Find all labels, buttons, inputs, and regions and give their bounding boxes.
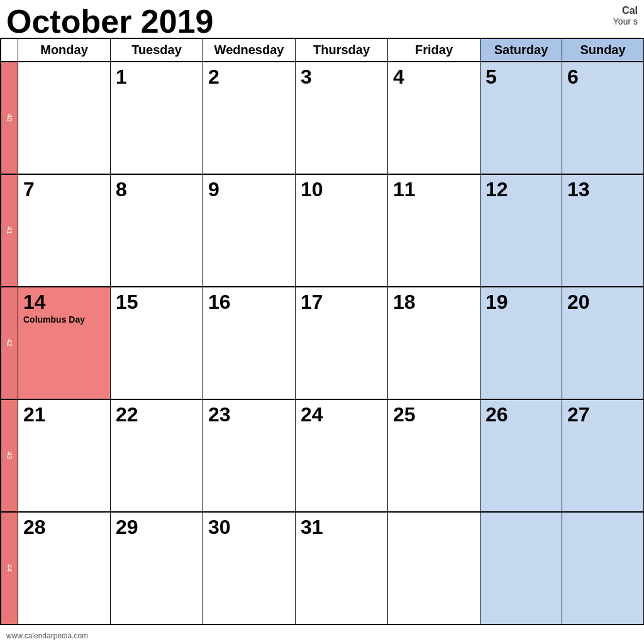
day-cell-weekend: 5 (480, 62, 562, 174)
day-number: 10 (301, 178, 323, 201)
day-number: 15 (116, 291, 138, 313)
day-number: 13 (567, 178, 590, 201)
day-cell: 16 (203, 287, 296, 399)
day-cell: 21 (18, 400, 111, 511)
day-cell: 24 (296, 400, 388, 511)
calendar-page: October 2019 Cal Your s Monday Tuesday W… (0, 0, 644, 644)
day-number: 22 (116, 403, 138, 426)
day-cell-weekend: 26 (480, 400, 562, 511)
week-row: 43 21 22 23 24 25 26 27 (1, 400, 644, 513)
day-cell: 10 (296, 175, 388, 286)
day-cell: 30 (203, 513, 296, 624)
day-number: 18 (393, 291, 416, 313)
day-number: 28 (23, 516, 46, 538)
day-cell-weekend: 20 (562, 287, 644, 399)
day-cell: 22 (111, 400, 203, 511)
day-cell: 7 (18, 175, 111, 286)
weeks-container: 40 1 2 3 4 5 6 41 7 8 9 10 11 12 13 (1, 62, 644, 625)
week-row: 44 28 29 30 31 (1, 513, 644, 625)
day-header-friday: Friday (388, 39, 480, 61)
day-cell (18, 62, 111, 174)
calendar-brand-subtitle: Your s (613, 16, 638, 26)
day-cell-weekend: 12 (480, 175, 562, 286)
calendar-grid: Monday Tuesday Wednesday Thursday Friday… (0, 38, 644, 625)
day-cell: 8 (111, 175, 203, 286)
day-number: 6 (567, 65, 579, 88)
day-number: 19 (486, 291, 508, 313)
calendar-label: Cal Your s (613, 5, 638, 26)
week-row: 40 1 2 3 4 5 6 (1, 62, 644, 175)
day-number: 8 (116, 178, 127, 201)
footer-url: www.calendarpedia.com (6, 631, 88, 640)
day-number: 27 (567, 403, 590, 426)
day-cell: 11 (388, 175, 480, 286)
day-number: 29 (116, 516, 138, 538)
day-number: 23 (208, 403, 231, 426)
day-headers-row: Monday Tuesday Wednesday Thursday Friday… (1, 39, 644, 62)
day-number: 5 (486, 65, 497, 88)
day-cell-weekend: 13 (562, 175, 644, 286)
day-cell-holiday: 14 Columbus Day (18, 287, 111, 399)
day-header-wednesday: Wednesday (203, 39, 296, 61)
day-cell: 9 (203, 175, 296, 286)
day-cell: 25 (388, 400, 480, 511)
day-number: 9 (208, 178, 219, 201)
day-number: 4 (393, 65, 404, 88)
footer: www.calendarpedia.com (0, 630, 94, 641)
day-cell-weekend (480, 513, 562, 624)
day-number: 21 (23, 403, 46, 426)
day-number: 12 (486, 178, 508, 201)
week-number: 41 (1, 175, 18, 286)
week-number: 42 (1, 287, 18, 399)
day-header-monday: Monday (18, 39, 111, 61)
day-number: 25 (393, 403, 416, 426)
month-title: October 2019 (6, 5, 214, 38)
calendar-brand-title: Cal (613, 5, 638, 16)
week-col-header (1, 39, 18, 61)
day-cell-weekend (562, 513, 644, 624)
day-number: 20 (567, 291, 590, 313)
day-cell: 23 (203, 400, 296, 511)
day-header-tuesday: Tuesday (111, 39, 203, 61)
day-number: 26 (486, 403, 508, 426)
day-cell-weekend: 27 (562, 400, 644, 511)
week-number: 40 (1, 62, 18, 174)
calendar-header: October 2019 Cal Your s (0, 0, 644, 38)
week-number: 44 (1, 513, 18, 624)
day-cell: 15 (111, 287, 203, 399)
day-cell: 29 (111, 513, 203, 624)
week-row: 42 14 Columbus Day 15 16 17 18 19 20 (1, 287, 644, 400)
day-cell: 3 (296, 62, 388, 174)
day-number: 24 (301, 403, 323, 426)
day-cell: 17 (296, 287, 388, 399)
day-number: 16 (208, 291, 231, 313)
day-cell: 31 (296, 513, 388, 624)
day-cell: 1 (111, 62, 203, 174)
day-cell: 4 (388, 62, 480, 174)
day-cell (388, 513, 480, 624)
day-header-sunday: Sunday (562, 39, 644, 61)
week-row: 41 7 8 9 10 11 12 13 (1, 175, 644, 287)
day-header-saturday: Saturday (480, 39, 562, 61)
day-cell: 28 (18, 513, 111, 624)
day-cell-weekend: 19 (480, 287, 562, 399)
day-number: 17 (301, 291, 323, 313)
day-cell-weekend: 6 (562, 62, 644, 174)
week-number: 43 (1, 400, 18, 511)
day-number: 31 (301, 516, 323, 538)
day-number: 2 (208, 65, 219, 88)
day-number: 1 (116, 65, 127, 88)
day-number: 3 (301, 65, 312, 88)
day-cell: 2 (203, 62, 296, 174)
day-cell: 18 (388, 287, 480, 399)
holiday-name: Columbus Day (23, 314, 105, 325)
day-number: 11 (393, 178, 416, 201)
day-number: 14 (23, 291, 46, 313)
day-number: 7 (23, 178, 35, 201)
day-header-thursday: Thursday (296, 39, 388, 61)
day-number: 30 (208, 516, 231, 538)
